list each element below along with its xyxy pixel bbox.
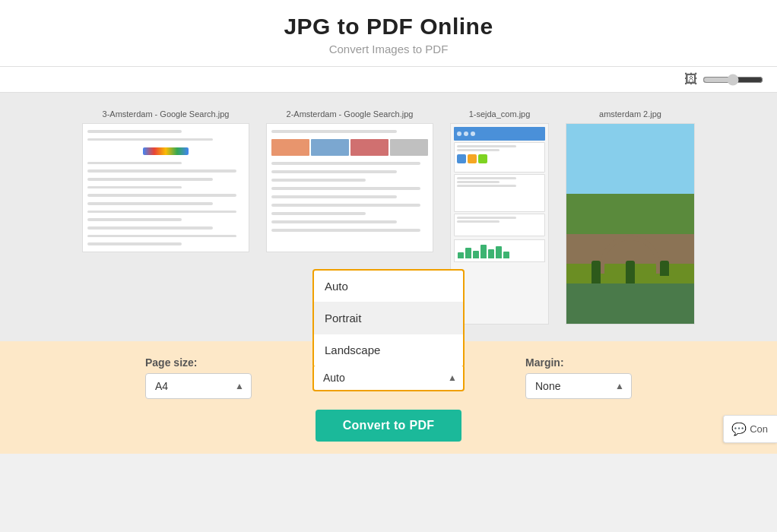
convert-button[interactable]: Convert to PDF bbox=[316, 410, 462, 442]
controls-row: Page size: A4 Letter Legal ▲ Auto Portra… bbox=[30, 356, 747, 399]
image-card: 1-sejda_com.jpg bbox=[450, 109, 549, 325]
margin-label: Margin: bbox=[525, 356, 564, 369]
page-subtitle: Convert Images to PDF bbox=[0, 43, 777, 55]
thumbnail-content bbox=[83, 124, 249, 252]
page-size-select[interactable]: A4 Letter Legal bbox=[145, 373, 252, 399]
thumbnail-content bbox=[451, 124, 548, 324]
margin-group: Margin: None Small Medium Large ▲ bbox=[525, 356, 632, 399]
dropdown-item-portrait[interactable]: Portrait bbox=[314, 302, 463, 334]
chat-icon: 💬 bbox=[731, 422, 747, 436]
image-label: 2-Amsterdam - Google Search.jpg bbox=[287, 109, 414, 119]
image-label: 1-sejda_com.jpg bbox=[469, 109, 531, 119]
trees bbox=[579, 261, 681, 283]
orientation-wrapper: Auto Portrait Landscape ▲ bbox=[312, 364, 465, 391]
page-size-group: Page size: A4 Letter Legal ▲ bbox=[145, 356, 252, 399]
image-thumbnail[interactable] bbox=[82, 123, 249, 252]
orientation-group: Auto Portrait Landscape Auto Portrait La… bbox=[312, 364, 465, 391]
page-title: JPG to PDF Online bbox=[0, 14, 777, 40]
image-thumbnail[interactable] bbox=[566, 123, 695, 325]
header: JPG to PDF Online Convert Images to PDF bbox=[0, 0, 777, 67]
orientation-select[interactable]: Auto Portrait Landscape bbox=[312, 364, 465, 391]
thumbnail-content bbox=[267, 124, 433, 252]
margin-select[interactable]: None Small Medium Large bbox=[525, 373, 632, 399]
page-size-wrapper: A4 Letter Legal ▲ bbox=[145, 373, 252, 399]
dropdown-item-landscape[interactable]: Landscape bbox=[314, 334, 463, 366]
image-icon: 🖼 bbox=[684, 71, 698, 87]
image-card: amsterdam 2.jpg bbox=[566, 109, 695, 325]
orientation-dropdown: Auto Portrait Landscape bbox=[312, 269, 465, 366]
thumbnail-content bbox=[566, 124, 694, 324]
margin-wrapper: None Small Medium Large ▲ bbox=[525, 373, 632, 399]
page-size-label: Page size: bbox=[145, 356, 197, 369]
dropdown-item-auto[interactable]: Auto bbox=[314, 271, 463, 302]
image-label: 3-Amsterdam - Google Search.jpg bbox=[103, 109, 230, 119]
google-logo bbox=[143, 147, 189, 154]
image-card: 2-Amsterdam - Google Search.jpg bbox=[266, 109, 433, 252]
chart bbox=[458, 243, 541, 258]
image-card: 3-Amsterdam - Google Search.jpg bbox=[82, 109, 249, 252]
image-thumbnail[interactable] bbox=[450, 123, 549, 325]
con-button-label: Con bbox=[750, 423, 768, 435]
zoom-bar: 🖼 bbox=[0, 67, 777, 93]
con-button[interactable]: 💬 Con bbox=[723, 415, 777, 443]
zoom-slider[interactable] bbox=[702, 74, 763, 86]
bottom-controls: Page size: A4 Letter Legal ▲ Auto Portra… bbox=[0, 341, 777, 454]
image-thumbnail[interactable] bbox=[266, 123, 433, 252]
image-label: amsterdam 2.jpg bbox=[599, 109, 661, 119]
